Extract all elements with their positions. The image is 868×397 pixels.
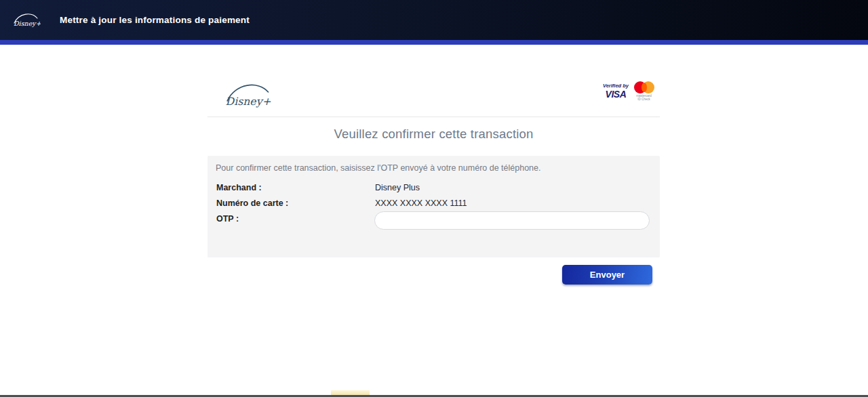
mastercard-id-check-logo: mastercard ID Check [634, 81, 654, 101]
accent-bar [0, 40, 868, 45]
card-header: Disney+ Verified by VISA m [208, 75, 660, 117]
scheme-badges: Verified by VISA mastercard ID Check [603, 81, 654, 101]
card-number-label: Numéro de carte : [216, 198, 288, 208]
divider [208, 117, 660, 117]
mastercard-circles-icon [634, 81, 654, 93]
mastercard-id-check-label: mastercard ID Check [637, 95, 652, 101]
svg-text:Disney+: Disney+ [14, 20, 41, 28]
card-number-row: Numéro de carte : XXXX XXXX XXXX 1111 [216, 198, 650, 209]
card-number-value: XXXX XXXX XXXX 1111 [375, 198, 467, 208]
disneyplus-logo: Disney+ [224, 79, 273, 112]
merchant-value: Disney Plus [375, 183, 420, 192]
transaction-card: Disney+ Verified by VISA m [208, 45, 660, 395]
otp-label: OTP : [216, 214, 239, 224]
merchant-label: Marchand : [216, 183, 262, 192]
otp-panel: Pour confirmer cette transaction, saisis… [208, 156, 660, 257]
top-bar: Disney+ Mettre à jour les informations d… [0, 0, 868, 40]
transaction-title: Veuillez confirmer cette transaction [208, 127, 660, 142]
send-button[interactable]: Envoyer [562, 265, 652, 285]
disneyplus-logo-icon: Disney+ [12, 10, 41, 30]
otp-row: OTP : [216, 214, 650, 225]
payment-confirmation-page: Disney+ Mettre à jour les informations d… [0, 0, 868, 397]
verified-by-visa-logo: Verified by VISA [603, 83, 629, 99]
visa-wordmark: VISA [603, 89, 629, 99]
merchant-row: Marchand : Disney Plus [216, 183, 650, 194]
verified-by-label: Verified by [603, 83, 629, 89]
otp-input[interactable] [374, 211, 650, 230]
otp-instruction: Pour confirmer cette transaction, saisis… [216, 163, 652, 173]
svg-text:Disney+: Disney+ [226, 95, 271, 108]
main-content: Disney+ Verified by VISA m [0, 45, 868, 395]
dock-sliver-yellow [331, 390, 370, 395]
page-title: Mettre à jour les informations de paieme… [60, 15, 250, 25]
